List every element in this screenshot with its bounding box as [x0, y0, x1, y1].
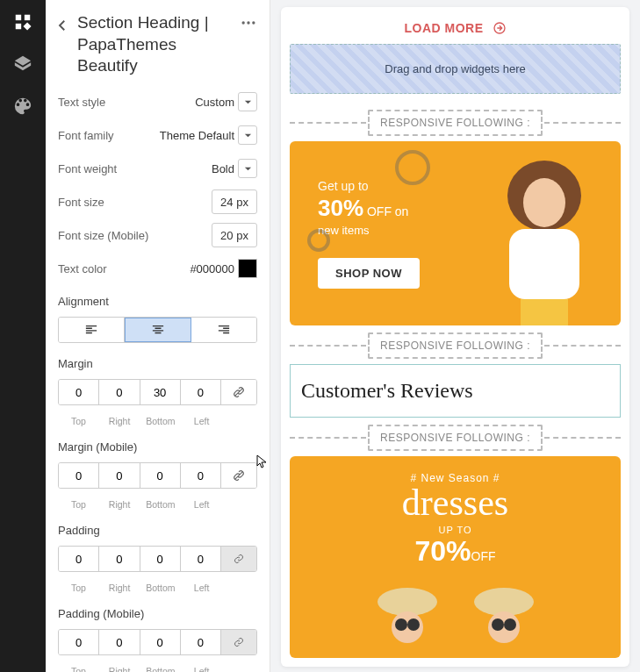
font-weight-value: Bold: [212, 162, 238, 175]
margin-label: Margin: [58, 357, 257, 370]
promo-banner-2[interactable]: # New Season # dresses UP TO 70%OFF: [290, 456, 621, 658]
svg-point-35: [504, 618, 516, 631]
padding-mobile-label: Padding (Mobile): [58, 607, 257, 620]
svg-point-6: [252, 21, 255, 24]
margin-right-input[interactable]: [99, 380, 139, 404]
svg-point-30: [407, 618, 420, 631]
svg-point-4: [242, 21, 245, 24]
svg-point-34: [492, 618, 504, 631]
padding-mobile-right-input[interactable]: [99, 630, 139, 654]
reviews-heading-widget[interactable]: Customer's Reviews: [290, 364, 621, 418]
children-image: [290, 579, 621, 658]
widgets-icon[interactable]: [13, 12, 32, 32]
more-icon[interactable]: [240, 14, 257, 32]
alignment-label: Alignment: [58, 295, 257, 308]
align-left-button[interactable]: [59, 318, 125, 342]
responsive-divider: RESPONSIVE FOLLOWING :: [290, 332, 621, 359]
panel-title: Section Heading | PapaThemes Beautify: [77, 12, 233, 77]
margin-unlink-icon[interactable]: [221, 380, 256, 404]
promo-banner-1[interactable]: Get up to 30% OFF on new items SHOP NOW: [290, 141, 621, 325]
margin-mobile-top-input[interactable]: [59, 463, 98, 488]
responsive-divider: RESPONSIVE FOLLOWING :: [290, 110, 621, 136]
margin-mobile-left-input[interactable]: [181, 463, 220, 488]
padding-mobile-top-input[interactable]: [59, 630, 98, 654]
padding-link-icon[interactable]: [221, 547, 256, 571]
svg-point-23: [523, 178, 565, 227]
padding-right-input[interactable]: [99, 547, 139, 571]
palette-icon[interactable]: [13, 97, 32, 116]
margin-mobile-right-input[interactable]: [99, 463, 139, 488]
svg-point-29: [395, 618, 407, 631]
padding-mobile-group: [58, 629, 257, 655]
font-family-value: Theme Default: [160, 129, 238, 142]
align-right-button[interactable]: [191, 318, 256, 342]
arrow-right-circle-icon: [493, 21, 507, 35]
margin-mobile-unlink-icon[interactable]: [221, 463, 256, 488]
responsive-divider: RESPONSIVE FOLLOWING :: [290, 425, 621, 451]
margin-mobile-group: [58, 462, 257, 489]
font-family-dropdown[interactable]: [238, 125, 257, 145]
align-center-button[interactable]: [125, 318, 191, 342]
settings-panel: Section Heading | PapaThemes Beautify Te…: [46, 0, 270, 672]
svg-rect-32: [495, 600, 513, 612]
font-size-input[interactable]: [212, 189, 257, 214]
margin-mobile-label: Margin (Mobile): [58, 440, 257, 454]
alignment-group: [58, 317, 257, 343]
load-more-button[interactable]: LOAD MORE: [286, 16, 624, 44]
svg-rect-0: [16, 15, 21, 20]
svg-rect-27: [399, 600, 416, 612]
padding-mobile-left-input[interactable]: [181, 630, 220, 654]
padding-mobile-link-icon[interactable]: [221, 630, 256, 654]
shop-now-button[interactable]: SHOP NOW: [318, 258, 420, 289]
margin-bottom-input[interactable]: [140, 380, 180, 404]
svg-point-5: [247, 21, 249, 24]
layers-icon[interactable]: [13, 54, 32, 74]
font-size-mobile-label: Font size (Mobile): [58, 229, 148, 242]
font-family-label: Font family: [58, 129, 114, 142]
padding-top-input[interactable]: [59, 547, 98, 571]
child-image: [461, 150, 610, 325]
text-style-dropdown[interactable]: [238, 92, 257, 111]
svg-rect-2: [16, 24, 21, 29]
font-size-label: Font size: [58, 196, 104, 209]
font-size-mobile-input[interactable]: [212, 223, 257, 247]
tool-rail: [0, 0, 46, 672]
font-weight-label: Font weight: [58, 162, 117, 175]
widget-dropzone[interactable]: Drag and drop widgets here: [290, 44, 621, 94]
text-color-value: #000000: [190, 262, 238, 275]
svg-rect-24: [509, 229, 579, 299]
margin-top-input[interactable]: [59, 380, 98, 404]
padding-group: [58, 546, 257, 572]
svg-rect-25: [521, 299, 568, 325]
svg-rect-1: [25, 15, 30, 20]
text-style-value: Custom: [195, 96, 238, 109]
font-weight-dropdown[interactable]: [238, 159, 257, 178]
padding-left-input[interactable]: [181, 547, 220, 571]
text-style-label: Text style: [58, 96, 105, 109]
text-color-swatch[interactable]: [238, 259, 257, 278]
text-color-label: Text color: [58, 262, 107, 275]
canvas-area: LOAD MORE Drag and drop widgets here RES…: [270, 0, 640, 672]
padding-label: Padding: [58, 524, 257, 537]
back-button[interactable]: [54, 18, 70, 33]
margin-mobile-bottom-input[interactable]: [140, 463, 180, 488]
margin-group: [58, 379, 257, 405]
padding-mobile-bottom-input[interactable]: [140, 630, 180, 654]
padding-bottom-input[interactable]: [140, 547, 180, 571]
svg-rect-3: [24, 23, 32, 31]
margin-left-input[interactable]: [181, 380, 220, 404]
